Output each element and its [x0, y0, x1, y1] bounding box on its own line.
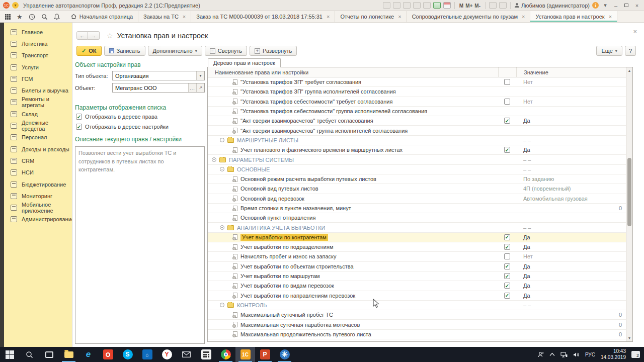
scroll-down-icon[interactable]: ▼ [626, 335, 632, 341]
tree-row[interactable]: Учет планового и фактического времени в … [208, 145, 626, 155]
zoom-icon[interactable] [489, 2, 497, 9]
network-icon[interactable] [560, 352, 568, 357]
calculator-icon[interactable] [196, 347, 216, 362]
expand-tree-button[interactable]: +Развернуть [250, 46, 297, 56]
sidebar-item[interactable]: Администрирование [4, 214, 72, 225]
sidebar-item[interactable]: Транспорт [4, 50, 72, 61]
sidebar-item[interactable]: НСИ [4, 167, 72, 178]
red-circle-app-icon[interactable] [98, 347, 118, 362]
snowflake-app-icon[interactable]: ✳ [275, 347, 294, 362]
tree-row[interactable]: Основной вид путевых листов4П (повременн… [208, 184, 626, 194]
search-button[interactable] [20, 347, 39, 362]
collapse-node-icon[interactable]: − [220, 167, 224, 171]
task-view-button[interactable] [39, 347, 59, 362]
sidebar-item[interactable]: ГСМ [4, 73, 72, 84]
start-button[interactable] [0, 347, 20, 362]
calendar-icon[interactable] [443, 2, 451, 9]
row-checkbox[interactable]: ✓ [504, 273, 510, 279]
tree-row[interactable]: Время стоянки в пункте назначения, минут… [208, 204, 626, 213]
notification-center-icon[interactable]: 2 [631, 351, 640, 358]
vertical-scrollbar[interactable]: ▲ ▼ [626, 67, 632, 341]
sidebar-item[interactable]: Билеты и выручка [4, 84, 72, 96]
powerpoint-icon[interactable]: P [255, 347, 275, 362]
file-explorer-icon[interactable] [59, 347, 78, 362]
scroll-up-icon[interactable]: ▲ [626, 67, 632, 74]
column-checkbox-header[interactable] [498, 67, 516, 77]
sidebar-item[interactable]: Персонал [4, 132, 72, 143]
sidebar-item[interactable]: Мониторинг [4, 190, 72, 202]
tab-close-icon[interactable]: × [398, 14, 401, 20]
tab[interactable]: Начальная страница [66, 11, 138, 22]
tree-tab[interactable]: Дерево прав и настроек [208, 58, 281, 67]
search-icon[interactable] [41, 14, 48, 20]
sidebar-item[interactable]: Ремонты и агрегаты [4, 97, 72, 108]
collapse-node-icon[interactable]: − [220, 303, 224, 307]
chrome-icon[interactable] [216, 347, 235, 362]
dropdown-arrow-icon[interactable]: ▾ [196, 71, 204, 80]
print-preview-icon[interactable] [403, 2, 411, 9]
row-checkbox[interactable] [504, 253, 510, 259]
app-menu-icon[interactable] [5, 14, 11, 20]
save-icon[interactable] [383, 2, 390, 9]
minimize-button[interactable]: – [612, 2, 620, 10]
ok-button[interactable]: ✓ОК [76, 46, 102, 56]
favorite-star-icon[interactable]: ☆ [107, 32, 113, 40]
row-checkbox[interactable]: ✓ [504, 147, 510, 153]
object-field[interactable]: Мегатранс ООО ... ↗ [112, 83, 205, 93]
chevron-up-icon[interactable] [549, 352, 555, 356]
description-textarea[interactable]: Позволяет вести учет выработки ТС и сотр… [75, 146, 205, 344]
row-checkbox[interactable] [504, 99, 510, 105]
edge-icon[interactable]: e [78, 347, 98, 362]
main-menu-dropdown-icon[interactable]: ▾ [12, 2, 19, 9]
tree-row[interactable]: "Установка тарифов себестоимости" требуе… [208, 97, 626, 107]
open-object-icon[interactable]: ↗ [196, 83, 204, 92]
skype-icon[interactable]: S [118, 347, 137, 362]
collapse-node-icon[interactable]: − [220, 138, 224, 142]
favorites-icon[interactable]: ★ [17, 13, 23, 21]
tree-row[interactable]: Основной вид перевозокАвтомобильная груз… [208, 194, 626, 204]
sidebar-item[interactable]: Бюджетирование [4, 178, 72, 190]
tree-row[interactable]: "Акт сверки взаиморасчетов" группа испол… [208, 126, 626, 135]
speaker-icon[interactable] [573, 352, 580, 357]
row-checkbox[interactable]: ✓ [504, 234, 510, 240]
sidebar-item[interactable]: Логистика [4, 38, 72, 49]
mail-icon[interactable] [177, 347, 196, 362]
save-button[interactable]: Записать [104, 46, 145, 56]
help-button[interactable]: ? [625, 46, 636, 56]
tree-row[interactable]: "Установка тарифов ЗП" требует согласова… [208, 77, 626, 87]
tree-row[interactable]: −АНАЛИТИКА УЧЕТА ВЫРАБОТКИ– – [208, 223, 626, 232]
tree-row[interactable]: Начислять пробег и износ на запаскуНет [208, 252, 626, 261]
store-icon[interactable]: ⌂ [137, 347, 157, 362]
show-rights-checkbox[interactable]: ✓ Отображать в дереве права [76, 114, 205, 120]
tree-row[interactable]: Основной пункт отправления [208, 213, 626, 223]
tree-row[interactable]: Учет выработки по подразделениям✓Да [208, 242, 626, 252]
restore-button[interactable] [622, 2, 630, 10]
tree-row[interactable]: −МАРШРУТНЫЕ ЛИСТЫ– – [208, 136, 626, 145]
checkbox-checked-icon[interactable]: ✓ [76, 124, 82, 130]
tree-row[interactable]: "Установка тарифов себестоимости" группа… [208, 107, 626, 116]
notifications-bell-icon[interactable] [54, 14, 60, 20]
tab-close-icon[interactable]: × [522, 14, 525, 20]
tab[interactable]: Установка прав и настроек× [530, 11, 617, 22]
tree-row[interactable]: −КОНТРОЛЬ– – [208, 301, 626, 310]
nav-back-button[interactable]: ← [76, 31, 88, 40]
memory-button[interactable]: M- [473, 3, 481, 9]
additional-menu-button[interactable]: Дополнительно▾ [148, 46, 202, 56]
object-type-select[interactable]: Организация ▾ [112, 71, 205, 80]
row-checkbox[interactable] [504, 79, 510, 85]
tab-close-icon[interactable]: × [609, 14, 612, 20]
sidebar-item[interactable]: Доходы и расходы [4, 143, 72, 155]
tree-row[interactable]: Основной режим расчета выработки путевых… [208, 174, 626, 184]
more-button[interactable]: Еще▾ [596, 46, 622, 56]
tab[interactable]: Заказы на ТС× [138, 11, 191, 22]
memory-button[interactable]: M [458, 3, 464, 9]
collapse-node-icon[interactable]: − [220, 225, 224, 230]
collapse-tree-button[interactable]: −Свернуть [205, 46, 247, 56]
tree-row[interactable]: Учет выработки по видам перевозок✓Да [208, 281, 626, 291]
info-icon[interactable]: i [592, 2, 599, 9]
tree-row[interactable]: "Акт сверки взаиморасчетов" требует согл… [208, 116, 626, 126]
tree-row[interactable]: Максимальный суточный пробег ТС0 [208, 310, 626, 320]
show-settings-checkbox[interactable]: ✓ Отображать в дереве настройки [76, 124, 205, 130]
yandex-browser-icon[interactable]: Y [157, 347, 177, 362]
split-panel-icon[interactable] [499, 2, 507, 9]
